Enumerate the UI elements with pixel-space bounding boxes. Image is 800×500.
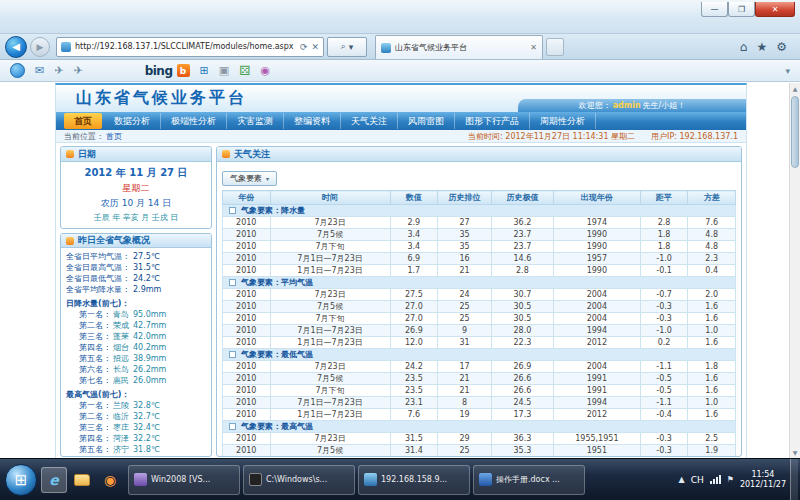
hidden-icons-button[interactable]: ▲	[679, 475, 685, 484]
focus-icon	[222, 150, 230, 158]
table-cell: 2010	[223, 289, 271, 301]
table-cell: 25	[438, 445, 492, 457]
bing-logo[interactable]: bing b	[145, 64, 190, 78]
minimize-button[interactable]: —	[701, 2, 728, 17]
collapse-icon[interactable]	[229, 423, 236, 430]
element-filter-button[interactable]: 气象要素 ▾	[222, 171, 277, 186]
rank-item: 第五名：济宁31.8℃	[66, 444, 206, 455]
nav-item-1[interactable]: 数据分析	[104, 113, 161, 129]
stat-value: 2.9mm	[133, 285, 161, 294]
language-indicator[interactable]: CH	[691, 475, 704, 485]
contacts-icon[interactable]: ◉	[260, 64, 270, 77]
page-scrollbar[interactable]: ▲ ▼	[789, 83, 800, 458]
station-value: 32.8℃	[133, 400, 160, 411]
nav-item-3[interactable]: 灾害监测	[227, 113, 284, 129]
refresh-icon[interactable]: ⟳	[300, 42, 308, 52]
toolbar-dropdown-icon[interactable]: ▾	[785, 66, 790, 76]
table-row: 20107月5候27.02530.52004-0.31.6	[223, 301, 736, 313]
network-icon[interactable]	[710, 475, 721, 484]
collapse-icon[interactable]	[229, 207, 236, 214]
web-page: 山东省气候业务平台 欢迎您： admin 先生/小姐！ 首页数据分析极端性分析灾…	[55, 83, 747, 458]
collapse-icon[interactable]	[229, 351, 236, 358]
taskbar-explorer-icon[interactable]	[69, 467, 95, 493]
table-cell: 2010	[223, 265, 271, 277]
nav-item-6[interactable]: 风雨雷图	[398, 113, 455, 129]
scrollbar-thumb[interactable]	[791, 96, 799, 168]
station-name: 惠民	[113, 375, 129, 386]
station-value: 32.4℃	[133, 422, 160, 433]
table-cell: -0.5	[640, 373, 688, 385]
profile-icon[interactable]	[10, 63, 25, 78]
table-cell: -0.3	[640, 301, 688, 313]
rank-item: 第六名：长岛26.2mm	[66, 364, 206, 375]
apps-icon[interactable]: ⊞	[200, 64, 209, 77]
browser-tab[interactable]: 山东省气候业务平台 ✕	[375, 35, 543, 59]
taskbar-app-3[interactable]: 操作手册.docx ...	[473, 465, 585, 495]
table-cell: 0.2	[640, 337, 688, 349]
rank-label: 第三名：	[79, 331, 111, 342]
back-button[interactable]: ◀	[5, 36, 27, 58]
station-name: 长岛	[113, 364, 129, 375]
games-icon[interactable]: ⚄	[239, 63, 250, 78]
nav-item-8[interactable]: 周期性分析	[530, 113, 596, 129]
close-button[interactable]: ✕	[755, 2, 795, 17]
tab-close-icon[interactable]: ✕	[530, 43, 537, 52]
nav-item-5[interactable]: 天气关注	[341, 113, 398, 129]
nav-item-2[interactable]: 极端性分析	[161, 113, 227, 129]
table-cell: 2010	[223, 433, 271, 445]
camera-icon[interactable]: ▣	[219, 64, 229, 77]
group-title: 气象要素：最高气温	[241, 422, 313, 431]
nav-item-4[interactable]: 整编资料	[284, 113, 341, 129]
table-cell: -0.4	[640, 409, 688, 421]
taskbar-app-0[interactable]: Win2008 [VS...	[128, 465, 240, 495]
rank-label: 第六名：	[79, 455, 111, 456]
send-icon[interactable]: ✈	[54, 64, 63, 77]
weather-summary-panel: 昨日全省气象概况 全省日平均气温：27.5℃全省日最高气温：31.5℃全省日最低…	[60, 233, 212, 457]
breadcrumb-value[interactable]: 首页	[106, 132, 122, 141]
home-icon[interactable]: ⌂	[740, 40, 748, 54]
start-button[interactable]: ⊞	[5, 464, 37, 496]
table-cell: 25	[438, 301, 492, 313]
browser-action-icons: ⌂ ★ ⚙	[740, 40, 795, 54]
main-nav: 首页数据分析极端性分析灾害监测整编资料天气关注风雨雷图图形下行产品周期性分析	[56, 112, 746, 130]
scroll-down-icon[interactable]: ▼	[790, 447, 800, 458]
send2-icon[interactable]: ✈	[73, 64, 82, 77]
favorites-icon[interactable]: ★	[756, 40, 767, 54]
taskbar-app-1[interactable]: C:\Windows\s...	[243, 465, 355, 495]
tools-icon[interactable]: ⚙	[776, 40, 787, 54]
table-cell: 1951	[553, 445, 640, 457]
taskbar-app-2[interactable]: 192.168.158.9...	[358, 465, 470, 495]
rank-label: 第一名：	[79, 400, 111, 411]
show-desktop-button[interactable]	[790, 459, 798, 500]
table-cell: 14.6	[491, 253, 553, 265]
forward-button[interactable]: ▶	[30, 37, 50, 57]
table-cell: 7月23日	[270, 433, 390, 445]
taskbar-clock[interactable]: 11:54 2012/11/27	[740, 470, 786, 490]
table-cell: 30.7	[491, 289, 553, 301]
table-row: 20107月23日2.92736.219742.87.6	[223, 217, 736, 229]
taskbar-media-icon[interactable]: ◉	[97, 467, 123, 493]
new-tab-button[interactable]	[546, 38, 564, 56]
stop-icon[interactable]: ✕	[311, 42, 319, 52]
action-center-icon[interactable]: ⚑	[727, 475, 734, 484]
rank-label: 第七名：	[79, 375, 111, 386]
search-button[interactable]: ⌕ ▾	[327, 37, 367, 57]
group-title: 气象要素：降水量	[241, 206, 305, 215]
address-bar[interactable]: http://192.168.137.1/SLCCLIMATE/modules/…	[56, 37, 324, 57]
nav-item-7[interactable]: 图形下行产品	[455, 113, 530, 129]
group-title-cell: 气象要素：降水量	[223, 205, 736, 217]
taskbar-ie-icon[interactable]: e	[41, 467, 67, 493]
table-cell: 1991	[553, 373, 640, 385]
table-cell: 7月1日—7月23日	[270, 325, 390, 337]
group-row: 气象要素：平均气温	[223, 277, 736, 289]
mail-icon[interactable]: ✉	[35, 64, 44, 77]
status-right: 当前时间: 2012年11月27日 11:14:31 星期二 用户IP: 192…	[468, 131, 738, 142]
maximize-button[interactable]: ❐	[728, 2, 755, 17]
url-text[interactable]: http://192.168.137.1/SLCCLIMATE/modules/…	[75, 42, 296, 51]
table-cell: 7月5候	[270, 445, 390, 457]
table-row: 20107月1日—7月23日26.9928.01994-1.01.0	[223, 325, 736, 337]
nav-item-0[interactable]: 首页	[64, 113, 102, 129]
rank-item: 第四名：烟台40.2mm	[66, 342, 206, 353]
collapse-icon[interactable]	[229, 279, 236, 286]
scroll-up-icon[interactable]: ▲	[790, 83, 800, 94]
